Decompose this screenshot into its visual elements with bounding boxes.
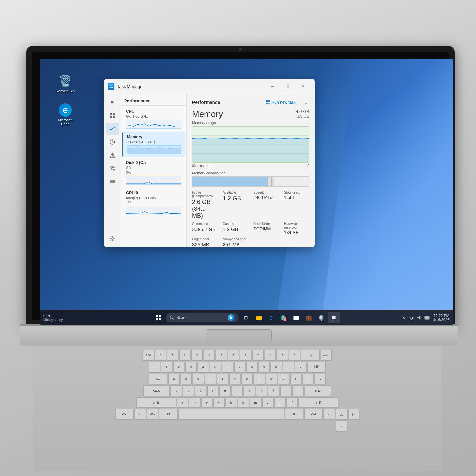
key-slash[interactable]: /	[287, 397, 298, 408]
key-fn[interactable]: fn	[135, 409, 146, 420]
key-n[interactable]: n	[238, 397, 249, 408]
sidebar-startup[interactable]	[106, 149, 119, 161]
taskbar-app-explorer[interactable]	[253, 312, 265, 323]
taskbar-app-teams[interactable]: 💼	[303, 312, 315, 323]
key-m[interactable]: m	[250, 397, 261, 408]
key-shift-left[interactable]: Shift	[136, 397, 176, 408]
key-f12[interactable]: ?	[289, 350, 300, 360]
key-comma[interactable]: ,	[262, 397, 273, 408]
close-button[interactable]: ✕	[295, 82, 311, 91]
taskbar-app-taskview[interactable]: ⊞	[240, 312, 252, 323]
key-period[interactable]: .	[274, 397, 286, 408]
windows-desktop[interactable]: 🗑️ Recycle Bin e Microsoft Edge	[40, 59, 453, 325]
key-a[interactable]: a	[171, 385, 182, 396]
key-alt-right[interactable]: Alt	[285, 409, 303, 420]
key-up[interactable]: △	[336, 409, 347, 420]
key-e[interactable]: e	[193, 374, 204, 384]
maximize-button[interactable]: □	[280, 82, 295, 91]
key-f2[interactable]: ?	[167, 350, 178, 360]
more-options-button[interactable]: ...	[301, 99, 309, 106]
weather-widget[interactable]: 62°F Mostly sunny	[42, 314, 64, 322]
key-4[interactable]: 4	[198, 362, 209, 372]
key-j[interactable]: j	[244, 385, 255, 396]
key-0[interactable]: 0	[271, 362, 282, 372]
key-f1[interactable]: ?	[155, 350, 166, 360]
key-ctrl-left[interactable]: Ctrl	[115, 409, 134, 420]
key-backspace[interactable]: ⌫	[307, 362, 326, 372]
key-u[interactable]: u	[241, 374, 253, 384]
key-8[interactable]: 8	[246, 362, 258, 372]
key-b[interactable]: b	[226, 397, 237, 408]
key-i[interactable]: i	[254, 374, 265, 384]
perf-item-cpu[interactable]: CPU 5% 1.00 GHz	[122, 106, 185, 131]
key-tilde[interactable]: ~	[149, 362, 160, 372]
perf-item-gpu[interactable]: GPU 0 Intel(R) UHD Grap... 1%	[122, 188, 185, 218]
key-q[interactable]: q	[168, 374, 180, 384]
key-s[interactable]: s	[183, 385, 194, 396]
perf-item-memory[interactable]: Memory 2.6/3.8 GB (68%)	[122, 132, 185, 157]
taskbar-app-mail[interactable]: ✉️	[290, 312, 302, 323]
key-1[interactable]: 1	[161, 362, 172, 372]
taskbar-app-extra[interactable]: 📊	[328, 312, 340, 323]
sidebar-processes[interactable]	[106, 110, 119, 122]
key-k[interactable]: k	[256, 385, 267, 396]
key-tab[interactable]: Tab	[149, 374, 167, 384]
key-rbracket[interactable]: ]	[302, 374, 314, 384]
key-shift-right[interactable]: Shift	[299, 397, 338, 408]
key-5[interactable]: 5	[210, 362, 221, 372]
key-f3[interactable]: ?	[179, 350, 190, 360]
key-f9[interactable]: ?	[252, 350, 264, 360]
key-f10[interactable]: ?	[265, 350, 276, 360]
key-d[interactable]: d	[195, 385, 206, 396]
key-o[interactable]: o	[266, 374, 277, 384]
tray-battery[interactable]	[424, 314, 431, 321]
key-c[interactable]: c	[201, 397, 212, 408]
taskbar-app-defender[interactable]: 🛡️	[315, 312, 327, 323]
key-f8[interactable]: ?	[240, 350, 251, 360]
key-f5[interactable]: ?	[204, 350, 215, 360]
key-y[interactable]: y	[229, 374, 240, 384]
key-esc[interactable]: esc	[143, 350, 154, 360]
taskbar-app-edge[interactable]: e	[265, 312, 277, 323]
key-f4[interactable]: ?	[191, 350, 203, 360]
perf-item-disk[interactable]: Disk 0 (C:) SD 0%	[122, 158, 185, 187]
key-v[interactable]: v	[213, 397, 225, 408]
key-space[interactable]	[179, 409, 284, 420]
sidebar-hamburger[interactable]: ≡	[106, 97, 119, 108]
key-right[interactable]: ▷	[348, 409, 359, 420]
key-equals[interactable]: =	[295, 362, 306, 372]
system-clock[interactable]: 11:22 PM 3/16/2026	[432, 314, 451, 322]
desktop-icon-recycle-bin[interactable]: 🗑️ Recycle Bin	[52, 72, 78, 95]
key-9[interactable]: 9	[259, 362, 270, 372]
key-z[interactable]: z	[177, 397, 188, 408]
key-3[interactable]: 3	[185, 362, 197, 372]
tray-network[interactable]	[408, 314, 415, 321]
key-f11[interactable]: ?	[277, 350, 288, 360]
key-win[interactable]: Win	[147, 409, 158, 420]
key-down[interactable]: ▽	[336, 420, 347, 431]
key-f7[interactable]: ?	[228, 350, 239, 360]
key-r[interactable]: r	[205, 374, 216, 384]
sidebar-settings[interactable]	[106, 233, 119, 244]
key-h[interactable]: h	[232, 385, 243, 396]
key-g[interactable]: g	[219, 385, 231, 396]
start-button[interactable]	[153, 312, 164, 323]
key-f[interactable]: f	[207, 385, 218, 396]
key-lbracket[interactable]: [	[290, 374, 301, 384]
sidebar-users[interactable]	[106, 162, 119, 174]
key-left[interactable]: ◁	[324, 409, 335, 420]
key-minus[interactable]: -	[283, 362, 294, 372]
key-enter[interactable]: Enter	[305, 385, 331, 396]
key-backslash[interactable]: \	[315, 374, 326, 384]
taskbar-app-store[interactable]: 🛍️	[278, 312, 290, 323]
key-caps[interactable]: Caps	[143, 385, 170, 396]
key-2[interactable]: 2	[173, 362, 184, 372]
search-bar[interactable]: Search b	[166, 313, 238, 322]
key-del[interactable]: →|	[301, 350, 320, 360]
key-6[interactable]: 6	[222, 362, 233, 372]
sidebar-performance[interactable]	[106, 123, 119, 135]
minimize-button[interactable]: ─	[265, 82, 280, 91]
key-ctrl-right[interactable]: Ctrl	[304, 409, 323, 420]
sidebar-details[interactable]	[106, 176, 119, 187]
key-insert[interactable]: insert	[321, 350, 332, 360]
